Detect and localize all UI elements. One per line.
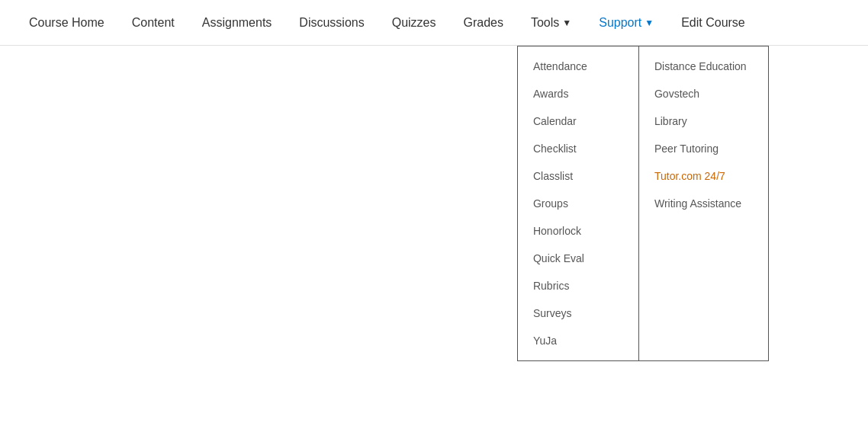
tools-item-rubrics[interactable]: Rubrics xyxy=(518,272,638,299)
nav-support[interactable]: Support ▼ xyxy=(585,0,667,46)
dropdowns-wrapper: Attendance Awards Calendar Checklist Cla… xyxy=(517,46,769,361)
nav-course-home[interactable]: Course Home xyxy=(15,0,118,46)
nav-grades[interactable]: Grades xyxy=(450,0,517,46)
tools-item-groups[interactable]: Groups xyxy=(518,190,638,217)
support-item-tutor[interactable]: Tutor.com 24/7 xyxy=(639,162,768,190)
support-item-distance-education[interactable]: Distance Education xyxy=(639,53,768,80)
nav-discussions[interactable]: Discussions xyxy=(285,0,378,46)
support-chevron-icon: ▼ xyxy=(645,18,654,28)
tools-item-quickeval[interactable]: Quick Eval xyxy=(518,245,638,272)
nav-quizzes[interactable]: Quizzes xyxy=(378,0,450,46)
support-item-peer-tutoring[interactable]: Peer Tutoring xyxy=(639,135,768,162)
nav-content[interactable]: Content xyxy=(118,0,188,46)
nav-tools[interactable]: Tools ▼ xyxy=(517,0,585,46)
tools-item-classlist[interactable]: Classlist xyxy=(518,162,638,190)
tools-dropdown-panel: Attendance Awards Calendar Checklist Cla… xyxy=(517,46,639,361)
nav-edit-course[interactable]: Edit Course xyxy=(667,0,759,46)
tools-chevron-icon: ▼ xyxy=(562,18,571,28)
support-dropdown-panel: Distance Education Govstech Library Peer… xyxy=(639,46,769,361)
tools-item-attendance[interactable]: Attendance xyxy=(518,53,638,80)
support-item-writing-assistance[interactable]: Writing Assistance xyxy=(639,190,768,217)
tools-item-checklist[interactable]: Checklist xyxy=(518,135,638,162)
tools-dropdown-container: Tools ▼ Attendance Awards Calendar Check… xyxy=(517,0,585,46)
tools-item-surveys[interactable]: Surveys xyxy=(518,299,638,327)
support-item-library[interactable]: Library xyxy=(639,107,768,135)
tools-item-calendar[interactable]: Calendar xyxy=(518,107,638,135)
tools-item-awards[interactable]: Awards xyxy=(518,80,638,107)
navbar: Course Home Content Assignments Discussi… xyxy=(0,0,868,46)
nav-assignments[interactable]: Assignments xyxy=(188,0,286,46)
tools-item-yuja[interactable]: YuJa xyxy=(518,327,638,354)
support-item-govstech[interactable]: Govstech xyxy=(639,80,768,107)
tools-item-honorlock[interactable]: Honorlock xyxy=(518,217,638,245)
